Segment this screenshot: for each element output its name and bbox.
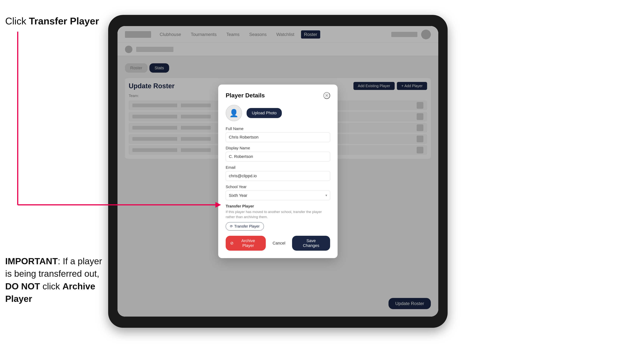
instruction-bottom: IMPORTANT: If a player is being transfer… xyxy=(5,255,110,305)
school-year-select[interactable]: Sixth Year First Year Second Year Third … xyxy=(226,190,330,200)
modal-close-button[interactable]: × xyxy=(324,92,330,99)
display-name-input[interactable] xyxy=(226,152,330,162)
display-name-group: Display Name xyxy=(226,146,330,162)
transfer-button-label: Transfer Player xyxy=(234,224,260,228)
tablet-frame: Clubhouse Tournaments Teams Seasons Watc… xyxy=(108,15,448,328)
instruction-bold: Transfer Player xyxy=(29,16,99,26)
tablet-screen: Clubhouse Tournaments Teams Seasons Watc… xyxy=(118,26,438,317)
school-year-label: School Year xyxy=(226,184,330,189)
important-label: IMPORTANT xyxy=(5,256,58,266)
modal-overlay: Player Details × 👤 Upload Photo Full Nam… xyxy=(118,26,438,317)
archive-label: Archive Player xyxy=(235,238,261,248)
avatar-circle: 👤 xyxy=(226,105,242,121)
do-not-label: DO NOT xyxy=(5,281,40,291)
email-input[interactable] xyxy=(226,171,330,181)
modal-footer: ⊘ Archive Player Cancel Save Changes xyxy=(226,236,330,251)
email-group: Email xyxy=(226,165,330,181)
transfer-section: Transfer Player If this player has moved… xyxy=(226,204,330,230)
display-name-label: Display Name xyxy=(226,146,330,150)
full-name-label: Full Name xyxy=(226,127,330,131)
photo-section: 👤 Upload Photo xyxy=(226,105,330,121)
archive-icon: ⊘ xyxy=(230,241,234,246)
archive-player-button[interactable]: ⊘ Archive Player xyxy=(226,236,266,251)
cancel-button[interactable]: Cancel xyxy=(269,238,289,248)
modal-title: Player Details xyxy=(226,92,265,99)
user-icon: 👤 xyxy=(229,109,238,118)
transfer-icon: ⟳ xyxy=(230,224,233,228)
modal-title-row: Player Details × xyxy=(226,92,330,99)
app-background: Clubhouse Tournaments Teams Seasons Watc… xyxy=(118,26,438,317)
transfer-title: Transfer Player xyxy=(226,204,330,208)
full-name-group: Full Name xyxy=(226,127,330,142)
school-year-select-wrapper: Sixth Year First Year Second Year Third … xyxy=(226,190,330,200)
transfer-player-button[interactable]: ⟳ Transfer Player xyxy=(226,222,264,231)
player-details-modal: Player Details × 👤 Upload Photo Full Nam… xyxy=(218,85,338,258)
instruction-top: Click Transfer Player xyxy=(5,15,99,27)
full-name-input[interactable] xyxy=(226,132,330,142)
transfer-description: If this player has moved to another scho… xyxy=(226,209,330,219)
school-year-group: School Year Sixth Year First Year Second… xyxy=(226,184,330,200)
upload-photo-button[interactable]: Upload Photo xyxy=(246,108,282,118)
save-changes-button[interactable]: Save Changes xyxy=(292,236,330,251)
instruction-prefix: Click xyxy=(5,16,29,26)
email-label: Email xyxy=(226,165,330,170)
